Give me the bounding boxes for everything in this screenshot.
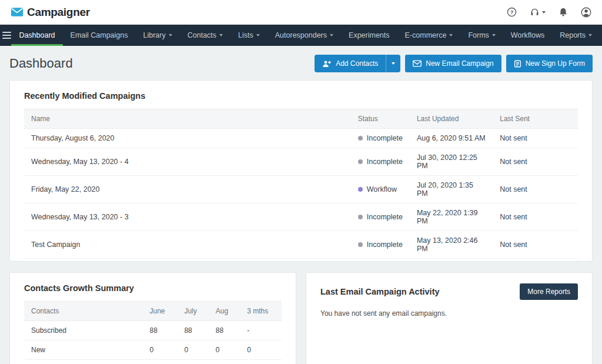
campaign-name[interactable]: Thursday, August 6, 2020 xyxy=(24,129,351,148)
nav-item-lists[interactable]: Lists xyxy=(230,25,267,46)
chevron-down-icon xyxy=(588,34,592,36)
nav-item-experiments[interactable]: Experiments xyxy=(341,25,397,46)
add-contacts-button[interactable]: Add Contacts xyxy=(315,55,386,72)
last-updated: May 22, 2020 1:39 PM xyxy=(410,203,493,231)
status-dot-icon xyxy=(358,242,363,247)
nav-label: Contacts xyxy=(188,31,216,39)
form-icon xyxy=(514,60,521,68)
column-header-aug: Aug xyxy=(209,302,240,321)
last-sent: Not sent xyxy=(493,203,578,231)
page-title: Dashboard xyxy=(9,56,73,71)
nav-item-forms[interactable]: Forms xyxy=(460,25,503,46)
growth-value: 0 xyxy=(240,360,282,364)
growth-value[interactable]: 88 xyxy=(209,321,240,340)
notifications-bell-icon[interactable] xyxy=(558,7,568,17)
column-header-status: Status xyxy=(351,109,410,129)
support-headset-icon[interactable] xyxy=(530,7,546,17)
chevron-down-icon xyxy=(542,11,546,14)
top-bar: Campaigner ? xyxy=(0,0,602,25)
new-email-campaign-button[interactable]: New Email Campaign xyxy=(405,55,501,72)
nav-item-workflows[interactable]: Workflows xyxy=(503,25,552,46)
card-title: Contacts Growth Summary xyxy=(24,283,282,293)
status-badge: Workflow xyxy=(367,185,397,193)
growth-value: 0 xyxy=(209,360,240,364)
growth-row-label[interactable]: Subscribed xyxy=(24,321,142,340)
growth-row-label[interactable]: Unsubscribed xyxy=(24,360,142,364)
growth-value: - xyxy=(240,321,282,340)
growth-value: 0 xyxy=(177,360,208,364)
contacts-growth-summary-card: Contacts Growth Summary Contacts June Ju… xyxy=(9,272,296,364)
chevron-down-icon xyxy=(169,34,172,36)
column-header-june: June xyxy=(142,302,177,321)
nav-label: Reports xyxy=(560,31,586,39)
menu-icon[interactable] xyxy=(2,25,11,46)
more-reports-button[interactable]: More Reports xyxy=(520,283,578,300)
last-sent: Not sent xyxy=(493,148,578,176)
chevron-down-icon xyxy=(392,62,395,65)
add-contacts-dropdown-button[interactable] xyxy=(386,55,400,72)
last-updated: Aug 6, 2020 9:51 AM xyxy=(410,129,493,148)
growth-value[interactable]: 88 xyxy=(142,321,177,340)
campaign-name[interactable]: Wednesday, May 13, 2020 - 3 xyxy=(24,203,351,231)
card-title: Last Email Campaign Activity xyxy=(320,287,440,296)
nav-item-reports[interactable]: Reports xyxy=(552,25,600,46)
status-dot-icon xyxy=(358,159,363,164)
table-row[interactable]: Friday, May 22, 2020 Workflow Jul 20, 20… xyxy=(24,176,578,203)
campaign-name[interactable]: Friday, May 22, 2020 xyxy=(24,176,351,203)
status-dot-icon xyxy=(358,136,363,141)
column-header-name: Name xyxy=(24,109,351,129)
envelope-icon xyxy=(413,60,422,67)
nav-label: Forms xyxy=(468,31,489,39)
growth-value[interactable]: 88 xyxy=(177,321,208,340)
column-header-contacts: Contacts xyxy=(24,302,142,321)
button-label: Add Contacts xyxy=(336,59,378,68)
main-nav: Dashboard Email Campaigns Library Contac… xyxy=(0,25,602,46)
chevron-down-icon xyxy=(256,34,260,36)
table-row[interactable]: Test Campaign Incomplete May 13, 2020 2:… xyxy=(24,231,578,259)
nav-item-library[interactable]: Library xyxy=(136,25,180,46)
nav-label: Email Campaigns xyxy=(71,31,128,39)
new-sign-up-form-button[interactable]: New Sign Up Form xyxy=(506,55,593,72)
last-updated: Jul 30, 2020 12:25 PM xyxy=(410,148,493,176)
growth-value: 0 xyxy=(240,340,282,360)
nav-label: Library xyxy=(143,31,166,39)
table-row[interactable]: Wednesday, May 13, 2020 - 3 Incomplete M… xyxy=(24,203,578,231)
nav-item-autoresponders[interactable]: Autoresponders xyxy=(267,25,341,46)
growth-row-label[interactable]: New xyxy=(24,340,142,360)
nav-label: Dashboard xyxy=(19,31,55,39)
nav-item-contacts[interactable]: Contacts xyxy=(180,25,230,46)
chevron-down-icon xyxy=(492,34,496,36)
last-sent: Not sent xyxy=(493,176,578,203)
column-header-last-updated: Last Updated xyxy=(410,109,493,129)
table-row: New 0 0 0 0 xyxy=(24,340,282,360)
last-sent: Not sent xyxy=(493,129,578,148)
status-badge: Incomplete xyxy=(367,213,403,221)
envelope-logo-icon xyxy=(11,7,24,17)
nav-label: Lists xyxy=(238,31,253,39)
nav-label: Workflows xyxy=(511,31,544,39)
last-updated: Jul 20, 2020 1:35 PM xyxy=(410,176,493,203)
campaign-name[interactable]: Wednesday, May 13, 2020 - 4 xyxy=(24,148,351,176)
nav-item-email-campaigns[interactable]: Email Campaigns xyxy=(63,25,136,46)
last-sent: Not sent xyxy=(493,231,578,259)
last-email-campaign-activity-card: Last Email Campaign Activity More Report… xyxy=(306,272,593,364)
nav-item-dashboard[interactable]: Dashboard xyxy=(11,25,62,46)
nav-item-ecommerce[interactable]: E-commerce xyxy=(397,25,461,46)
button-label: New Email Campaign xyxy=(426,59,493,68)
recently-modified-campaigns-card: Recently Modified Campaigns Name Status … xyxy=(9,80,593,262)
help-icon[interactable]: ? xyxy=(507,7,517,17)
account-icon[interactable] xyxy=(581,7,591,18)
growth-value: 0 xyxy=(177,340,208,360)
growth-value: 0 xyxy=(209,340,240,360)
campaign-name[interactable]: Test Campaign xyxy=(24,231,351,259)
empty-state-message: You have not sent any email campaigns. xyxy=(320,309,578,318)
column-header-3mths: 3 mths xyxy=(240,302,282,321)
brand-logo[interactable]: Campaigner xyxy=(11,6,90,19)
card-title: Recently Modified Campaigns xyxy=(24,91,578,101)
table-row[interactable]: Wednesday, May 13, 2020 - 4 Incomplete J… xyxy=(24,148,578,176)
table-row[interactable]: Thursday, August 6, 2020 Incomplete Aug … xyxy=(24,129,578,148)
last-updated: May 13, 2020 2:46 PM xyxy=(410,231,493,259)
chevron-down-icon xyxy=(330,34,333,36)
status-dot-icon xyxy=(358,215,363,219)
column-header-last-sent: Last Sent xyxy=(493,109,578,129)
